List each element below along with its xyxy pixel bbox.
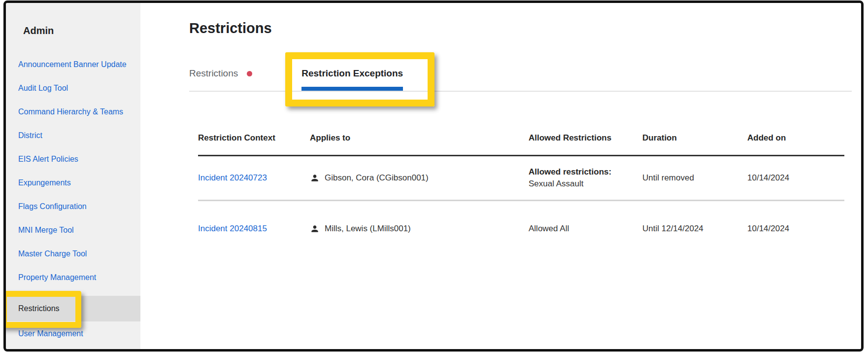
added-on-value: 10/14/2024: [747, 172, 844, 184]
incident-link[interactable]: Incident 20240723: [198, 173, 267, 182]
allowed-restrictions-value: Sexual Assault: [529, 179, 584, 188]
sidebar-item-command-hierarchy-teams[interactable]: Command Hierarchy & Teams: [6, 106, 140, 117]
incident-link[interactable]: Incident 20240815: [198, 224, 267, 233]
sidebar-nav: Announcement Banner Update Audit Log Too…: [6, 59, 140, 339]
admin-sidebar: Admin Announcement Banner Update Audit L…: [6, 3, 140, 349]
applies-to-name: Gibson, Cora (CGibson001): [325, 172, 429, 184]
active-tab-indicator: [301, 87, 403, 91]
tab-restriction-exceptions-label: Restriction Exceptions: [301, 68, 403, 78]
restriction-exceptions-table: Restriction Context Applies to Allowed R…: [198, 92, 844, 256]
table-header-row: Restriction Context Applies to Allowed R…: [198, 92, 844, 156]
sidebar-item-restrictions[interactable]: Restrictions: [6, 296, 140, 321]
tab-restrictions[interactable]: Restrictions: [189, 67, 252, 91]
sidebar-item-eis-alert-policies[interactable]: EIS Alert Policies: [6, 154, 140, 164]
tab-bar: Restrictions Restriction Exceptions: [189, 67, 852, 92]
applies-to-name: Mills, Lewis (LMills001): [325, 223, 411, 235]
duration-value: Until 12/14/2024: [642, 223, 747, 235]
column-header-allowed-restrictions: Allowed Restrictions: [529, 133, 642, 143]
table-row: Incident 20240815 Mills, Lewis (LMills00…: [198, 201, 844, 256]
person-icon: [310, 224, 320, 234]
main-content: Restrictions Restrictions Restriction Ex…: [140, 3, 861, 349]
sidebar-item-expungements[interactable]: Expungements: [6, 177, 140, 188]
sidebar-item-district[interactable]: District: [6, 130, 140, 141]
person-icon: [310, 173, 320, 183]
app-window: Admin Announcement Banner Update Audit L…: [3, 0, 864, 352]
sidebar-item-flags-configuration[interactable]: Flags Configuration: [6, 201, 140, 212]
table-row: Incident 20240723 Gibson, Cora (CGibson0…: [198, 156, 844, 201]
added-on-value: 10/14/2024: [747, 223, 844, 235]
page-title: Restrictions: [189, 20, 861, 36]
tab-restrictions-label: Restrictions: [189, 67, 238, 80]
sidebar-item-restrictions-label: Restrictions: [18, 304, 60, 313]
tab-restriction-exceptions[interactable]: Restriction Exceptions: [301, 67, 403, 91]
sidebar-item-property-management[interactable]: Property Management: [6, 272, 140, 283]
column-header-duration: Duration: [642, 133, 747, 143]
allowed-restrictions-label: Allowed restrictions:: [529, 166, 642, 178]
sidebar-item-mni-merge-tool[interactable]: MNI Merge Tool: [6, 225, 140, 235]
allowed-restrictions-value: Allowed All: [529, 224, 569, 233]
duration-value: Until removed: [642, 172, 747, 184]
sidebar-item-announcement-banner-update[interactable]: Announcement Banner Update: [6, 59, 140, 70]
sidebar-title: Admin: [6, 25, 140, 36]
sidebar-item-user-management[interactable]: User Management: [6, 328, 140, 339]
column-header-applies-to: Applies to: [310, 133, 529, 143]
column-header-restriction-context: Restriction Context: [198, 133, 310, 143]
sidebar-item-audit-log-tool[interactable]: Audit Log Tool: [6, 83, 140, 93]
column-header-added-on: Added on: [747, 133, 844, 143]
red-dot-badge: [247, 71, 252, 76]
sidebar-item-master-charge-tool[interactable]: Master Charge Tool: [6, 248, 140, 259]
